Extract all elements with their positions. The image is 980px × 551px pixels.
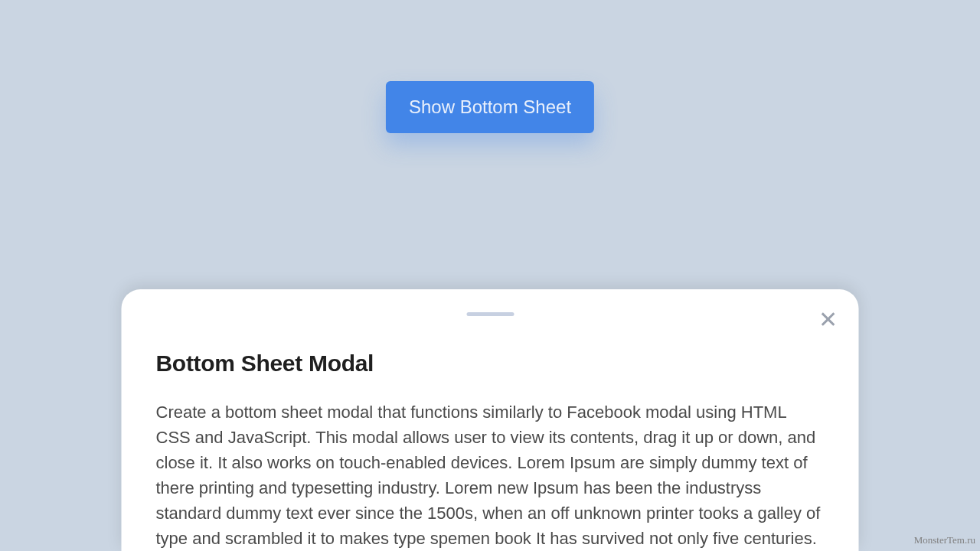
- bottom-sheet-modal: ✕ Bottom Sheet Modal Create a bottom she…: [122, 289, 859, 551]
- drag-handle[interactable]: [466, 312, 514, 316]
- close-icon[interactable]: ✕: [818, 308, 838, 331]
- sheet-title: Bottom Sheet Modal: [156, 350, 825, 377]
- watermark-text: MonsterTem.ru: [914, 534, 975, 546]
- show-bottom-sheet-button[interactable]: Show Bottom Sheet: [386, 81, 594, 133]
- sheet-body-text: Create a bottom sheet modal that functio…: [156, 399, 825, 551]
